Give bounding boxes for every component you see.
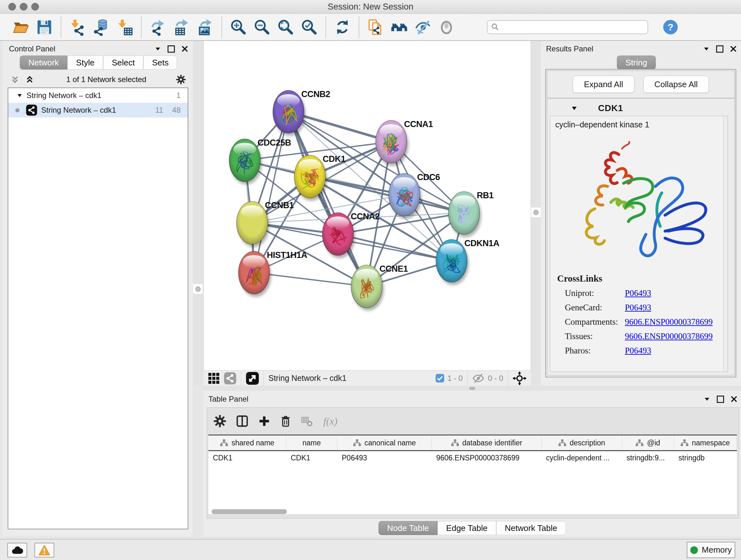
collapse-all-button[interactable]: Collapse All: [643, 76, 709, 93]
graph-node-CDC6[interactable]: [389, 173, 421, 219]
warnings-button[interactable]: [35, 543, 54, 557]
crosslink-link[interactable]: P06493: [625, 303, 651, 313]
column-header-description[interactable]: description: [542, 435, 622, 450]
table-row[interactable]: CDK1CDK1P064939606.ENSP00000378699cyclin…: [208, 451, 737, 464]
tab-network[interactable]: Network: [20, 56, 67, 70]
import-network-database-button[interactable]: [91, 17, 111, 37]
network-options-gear-icon[interactable]: [176, 74, 186, 85]
panel-menu-icon[interactable]: [704, 47, 709, 51]
export-image-button[interactable]: [196, 17, 215, 37]
column-type-icon: [558, 439, 566, 447]
network-graph[interactable]: CCNB2CCNA1CDC25BCDK1CDC6RB1CCNB1CCNA2CDK…: [204, 41, 531, 370]
float-panel-icon[interactable]: [716, 45, 724, 53]
table-cell[interactable]: CDK1: [208, 454, 286, 462]
save-session-button[interactable]: [35, 17, 54, 37]
network-canvas[interactable]: CCNB2CCNA1CDC25BCDK1CDC6RB1CCNB1CCNA2CDK…: [203, 41, 531, 370]
graph-edge[interactable]: [254, 112, 288, 273]
float-panel-icon[interactable]: [167, 45, 175, 53]
crosslink-link[interactable]: P06493: [625, 288, 651, 298]
zoom-fit-button[interactable]: [276, 17, 295, 37]
table-cell[interactable]: stringdb:9...: [622, 454, 674, 462]
section-collapse-icon[interactable]: [571, 106, 577, 111]
close-panel-icon[interactable]: [731, 396, 737, 402]
tab-style[interactable]: Style: [67, 56, 103, 70]
toggle-graphics-details-button[interactable]: [413, 17, 432, 37]
table-cell[interactable]: P06493: [337, 454, 432, 462]
export-network-button[interactable]: [148, 17, 167, 37]
open-file-button[interactable]: [11, 17, 30, 37]
refresh-button[interactable]: [333, 17, 352, 37]
export-table-button[interactable]: [172, 17, 191, 37]
right-panel-divider[interactable]: [531, 41, 541, 386]
add-button[interactable]: [258, 415, 271, 428]
right-divider-handle[interactable]: [531, 207, 541, 217]
horizontal-divider[interactable]: [203, 386, 741, 391]
graph-node-RB1[interactable]: [448, 192, 481, 237]
tab-node-table[interactable]: Node Table: [379, 521, 437, 535]
panel-menu-icon[interactable]: [704, 397, 710, 401]
network-snapshot-button[interactable]: [366, 17, 385, 37]
left-panel-divider[interactable]: [193, 41, 203, 386]
zoom-in-button[interactable]: [229, 17, 248, 37]
panel-menu-icon[interactable]: [155, 47, 160, 51]
float-panel-icon[interactable]: [717, 395, 724, 403]
crosslink-link[interactable]: P06493: [625, 346, 651, 356]
network-collection-row[interactable]: String Network – cdk1 1: [8, 88, 188, 103]
network-row[interactable]: String Network – cdk1 11 48: [8, 103, 188, 118]
import-network-file-button[interactable]: [68, 17, 87, 37]
collection-collapse-icon[interactable]: [17, 94, 22, 98]
graph-node-CCNA2[interactable]: [322, 212, 355, 258]
tab-string[interactable]: String: [617, 56, 656, 70]
detach-view-icon[interactable]: [246, 372, 259, 385]
network-badge-icon[interactable]: [224, 372, 237, 385]
help-button[interactable]: ?: [661, 17, 680, 37]
delete-button[interactable]: [279, 414, 292, 428]
table-cell[interactable]: 9606.ENSP00000378699: [432, 454, 542, 462]
column-header-name[interactable]: name: [286, 435, 337, 450]
left-divider-handle[interactable]: [193, 284, 203, 294]
birds-eye-toggle-icon[interactable]: [513, 371, 527, 385]
search-input[interactable]: [500, 21, 648, 33]
crosslink-link[interactable]: 9606.ENSP00000378699: [625, 317, 713, 327]
table-scrollbar[interactable]: [212, 509, 287, 514]
tab-sets[interactable]: Sets: [143, 56, 177, 70]
horizontal-divider-handle[interactable]: [469, 387, 475, 390]
column-header-database-identifier[interactable]: database identifier: [432, 435, 542, 450]
tab-edge-table[interactable]: Edge Table: [437, 521, 496, 535]
collapse-all-icon[interactable]: [10, 74, 20, 84]
graph-node-CCNE1[interactable]: [351, 265, 384, 311]
home-button[interactable]: [390, 17, 409, 37]
cloud-status-button[interactable]: [7, 543, 27, 557]
table-cell[interactable]: cyclin-dependent ...: [542, 454, 622, 462]
graph-edge[interactable]: [288, 112, 367, 287]
table-cell[interactable]: stringdb: [674, 454, 737, 462]
graph-node-HIST1H1A[interactable]: [239, 251, 271, 297]
table-cell[interactable]: CDK1: [286, 454, 337, 462]
search-field[interactable]: [487, 20, 648, 34]
crosslink-link[interactable]: 9606.ENSP00000378699: [625, 331, 713, 341]
memory-button[interactable]: Memory: [687, 542, 735, 558]
close-panel-icon[interactable]: [731, 46, 736, 52]
results-scrollbar[interactable]: [723, 116, 728, 372]
expand-all-icon[interactable]: [25, 74, 35, 84]
zoom-out-button[interactable]: [253, 17, 272, 37]
expand-all-button[interactable]: Expand All: [573, 76, 634, 93]
zoom-selected-button[interactable]: [300, 17, 319, 37]
tab-select[interactable]: Select: [103, 56, 143, 70]
tab-network-table[interactable]: Network Table: [496, 521, 566, 535]
selected-checkbox-icon[interactable]: [435, 374, 444, 382]
gear-button[interactable]: [213, 414, 227, 428]
columns-button[interactable]: [235, 414, 249, 428]
title-bar: Session: New Session: [0, 0, 741, 14]
graph-node-CDKN1A[interactable]: [436, 240, 469, 285]
graph-node-CCNB1[interactable]: [237, 201, 269, 247]
birds-eye-button[interactable]: [437, 17, 456, 37]
graph-node-CCNB2[interactable]: [273, 90, 306, 136]
column-header-canonical-name[interactable]: canonical name: [337, 435, 432, 450]
close-panel-icon[interactable]: [182, 46, 188, 52]
column-header-shared-name[interactable]: shared name: [208, 435, 286, 450]
grid-view-icon[interactable]: [208, 372, 220, 384]
column-header-@id[interactable]: @id: [622, 435, 674, 450]
import-table-file-button[interactable]: [115, 17, 134, 37]
column-header-namespace[interactable]: namespace: [674, 435, 737, 450]
